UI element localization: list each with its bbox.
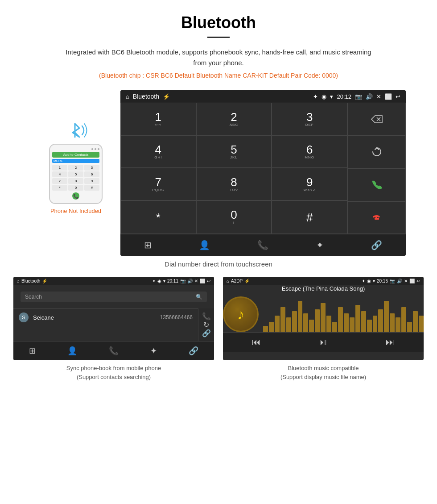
music-close-icon[interactable]: ✕ — [404, 279, 408, 283]
visualizer-bar — [419, 316, 424, 332]
pb-call-icon[interactable]: 📞 — [202, 312, 211, 321]
dial-key-7[interactable]: 7PQRS — [120, 168, 196, 200]
dial-key-3[interactable]: 3DEF — [272, 103, 347, 135]
dial-key-9[interactable]: 9WXYZ — [272, 168, 347, 200]
pb-wifi-icon: ▾ — [163, 279, 165, 283]
pb-link2-icon[interactable]: 🔗 — [189, 346, 198, 356]
pb-usb-icon: ⚡ — [42, 279, 47, 283]
visualizer-bar — [286, 317, 291, 332]
dial-key-0[interactable]: 0+ — [196, 200, 272, 234]
pb-contacts-active-icon[interactable]: 👤 — [67, 346, 77, 356]
bluetooth-signal-icon — [62, 117, 89, 144]
search-icon: 🔍 — [196, 294, 202, 300]
music-status-bar: ⌂ A2DP ⚡ ✦ ◉ ▾ 20:15 📷 🔊 ✕ ⬜ ↩ — [223, 277, 424, 285]
refresh-button[interactable] — [348, 136, 406, 169]
phone-device-mockup: Add to Contacts MORE 123 456 789 *0# 📞 — [49, 144, 103, 204]
pb-back-icon[interactable]: ↩ — [207, 279, 210, 283]
next-track-button[interactable]: ⏭ — [386, 337, 395, 347]
visualizer-bar — [275, 316, 280, 332]
music-back-icon[interactable]: ↩ — [416, 279, 420, 283]
contacts-icon[interactable]: 👤 — [199, 240, 210, 250]
dial-key-hash[interactable]: # — [272, 200, 347, 234]
music-location-icon: ◉ — [367, 279, 371, 283]
phonebook-screen-wrap: ⌂ Bluetooth ⚡ ✦ ◉ ▾ 20:11 📷 🔊 ✕ ⬜ ↩ — [13, 277, 214, 381]
visualizer-bar — [309, 320, 314, 332]
music-screen-title: A2DP — [231, 279, 243, 283]
close-icon[interactable]: ✕ — [376, 93, 381, 100]
back-icon[interactable]: ↩ — [396, 93, 400, 100]
visualizer-bar — [413, 311, 418, 332]
dialpad-keys: 1∾∾ 2ABC 3DEF 4GHI 5JKL 6MNO — [120, 103, 348, 234]
pb-close-icon[interactable]: ✕ — [194, 279, 198, 283]
phonebook-search-bar[interactable]: Search 🔍 — [21, 292, 207, 302]
visualizer-bar — [315, 309, 320, 332]
music-car-screen: ⌂ A2DP ⚡ ✦ ◉ ▾ 20:15 📷 🔊 ✕ ⬜ ↩ Escape (T — [223, 277, 424, 360]
dial-screen-title: Bluetooth — [133, 93, 159, 100]
dial-status-bar: ⌂ Bluetooth ⚡ ✦ ◉ ▾ 20:12 📷 🔊 ✕ ⬜ ↩ — [120, 90, 406, 103]
visualizer-bar — [367, 320, 372, 332]
pb-bluetooth-icon[interactable]: ✦ — [150, 346, 157, 356]
window-icon[interactable]: ⬜ — [385, 93, 392, 100]
dialpad-container: 1∾∾ 2ABC 3DEF 4GHI 5JKL 6MNO — [120, 103, 406, 234]
pb-phone-icon[interactable]: 📞 — [109, 346, 119, 356]
phonebook-status-bar: ⌂ Bluetooth ⚡ ✦ ◉ ▾ 20:11 📷 🔊 ✕ ⬜ ↩ — [13, 277, 214, 285]
pb-link-icon[interactable]: 🔗 — [202, 329, 211, 337]
visualizer-bar — [350, 317, 355, 332]
music-window-icon[interactable]: ⬜ — [409, 279, 415, 283]
phone-mockup-area: Add to Contacts MORE 123 456 789 *0# 📞 P… — [31, 117, 120, 214]
phonebook-bottom-bar: ⊞ 👤 📞 ✦ 🔗 — [13, 341, 214, 360]
bluetooth-icon[interactable]: ✦ — [316, 240, 324, 250]
pb-home-icon[interactable]: ⌂ — [17, 279, 20, 283]
dial-key-4[interactable]: 4GHI — [120, 135, 196, 168]
page-title: Bluetooth — [0, 0, 437, 37]
song-title: Escape (The Pina Colada Song) — [223, 285, 424, 292]
bottom-screens-section: ⌂ Bluetooth ⚡ ✦ ◉ ▾ 20:11 📷 🔊 ✕ ⬜ ↩ — [0, 277, 437, 381]
visualizer-bar — [338, 307, 343, 332]
backspace-button[interactable] — [348, 103, 406, 136]
music-vol-icon: 🔊 — [397, 279, 402, 283]
phone-keypad: 123 456 789 *0# — [52, 165, 99, 191]
visualizer-bar — [361, 311, 366, 332]
music-home-icon[interactable]: ⌂ — [227, 279, 229, 283]
phone-icon[interactable]: 📞 — [257, 240, 268, 250]
dial-key-2[interactable]: 2ABC — [196, 103, 272, 135]
music-bt-icon: ✦ — [362, 279, 365, 283]
music-wifi-icon: ▾ — [373, 279, 375, 283]
visualizer-bar — [355, 305, 360, 332]
prev-track-button[interactable]: ⏮ — [252, 337, 261, 347]
home-icon[interactable]: ⌂ — [126, 93, 129, 100]
link-icon[interactable]: 🔗 — [371, 240, 382, 250]
dial-key-8[interactable]: 8TUV — [196, 168, 272, 200]
pb-keypad-icon[interactable]: ⊞ — [29, 346, 36, 356]
pb-camera-icon: 📷 — [180, 279, 186, 283]
visualizer-bar — [321, 303, 326, 332]
visualizer-bar — [373, 316, 378, 332]
bt-status-icon: ✦ — [313, 93, 318, 100]
dial-key-5[interactable]: 5JKL — [196, 135, 272, 168]
pb-window-icon[interactable]: ⬜ — [200, 279, 205, 283]
location-icon: ◉ — [322, 93, 326, 100]
phone-add-contacts-bar: Add to Contacts — [52, 152, 99, 158]
visualizer-bar — [326, 316, 331, 332]
contact-item-seicane[interactable]: S Seicane 13566664466 — [13, 308, 198, 326]
play-pause-button[interactable]: ⏯ — [319, 337, 328, 347]
dial-key-6[interactable]: 6MNO — [272, 135, 347, 168]
keypad-icon[interactable]: ⊞ — [144, 240, 152, 250]
pb-refresh-icon[interactable]: ↻ — [203, 321, 209, 329]
dialpad-bottom-bar: ⊞ 👤 📞 ✦ 🔗 — [120, 234, 406, 256]
call-button[interactable] — [348, 168, 406, 201]
visualizer-bar — [280, 307, 285, 332]
visualizer-bar — [298, 301, 303, 332]
volume-icon: 🔊 — [366, 93, 373, 100]
music-note-icon: ♪ — [237, 306, 244, 323]
dial-key-star[interactable]: * — [120, 200, 196, 234]
usb-icon: ⚡ — [163, 93, 170, 100]
visualizer-bar — [303, 313, 308, 332]
description-text: Integrated with BC6 Bluetooth module, su… — [62, 47, 375, 68]
svg-rect-2 — [375, 218, 379, 220]
car-dial-screen: ⌂ Bluetooth ⚡ ✦ ◉ ▾ 20:12 📷 🔊 ✕ ⬜ ↩ 1∾ — [120, 90, 406, 256]
visualizer-bar — [263, 326, 268, 332]
dial-key-1[interactable]: 1∾∾ — [120, 103, 196, 135]
end-call-button[interactable] — [348, 201, 406, 234]
contact-avatar-s: S — [19, 312, 29, 322]
